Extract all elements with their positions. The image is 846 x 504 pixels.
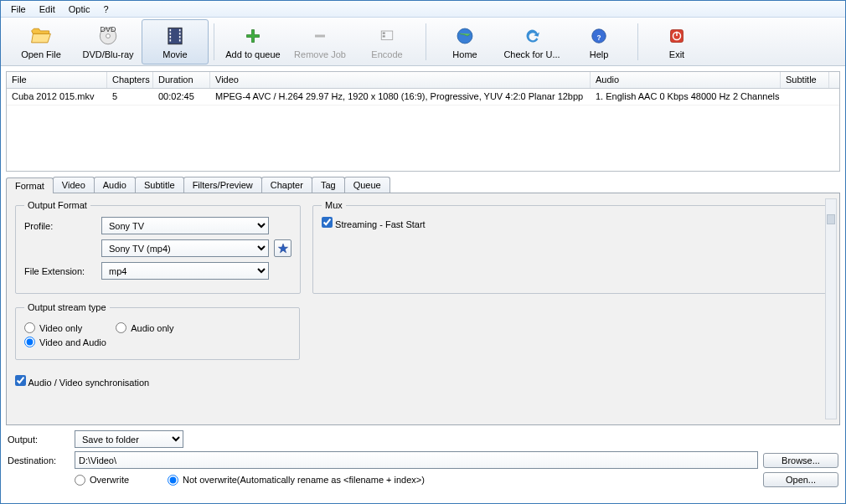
panel-scrollbar[interactable] xyxy=(825,198,837,419)
svg-rect-9 xyxy=(179,32,181,33)
not-overwrite-radio-row[interactable]: Not overwrite(Automatically rename as <f… xyxy=(168,475,758,486)
movie-button[interactable]: Movie xyxy=(142,19,209,64)
col-audio[interactable]: Audio xyxy=(591,72,781,88)
disc-icon: DVD xyxy=(96,24,120,48)
open-file-button[interactable]: Open File xyxy=(8,19,75,64)
toolbar-separator xyxy=(214,23,214,60)
settings-tabs: Format Video Audio Subtitle Filters/Prev… xyxy=(6,177,840,193)
not-overwrite-radio[interactable] xyxy=(168,475,178,486)
star-icon xyxy=(277,243,289,255)
favorite-profile-button[interactable] xyxy=(274,239,291,257)
col-chapters[interactable]: Chapters xyxy=(107,72,153,88)
plus-icon xyxy=(241,24,265,48)
file-ext-label: File Extension: xyxy=(24,266,96,276)
output-label: Output: xyxy=(8,435,70,445)
overwrite-radio-row[interactable]: Overwrite xyxy=(75,475,129,486)
add-to-queue-button[interactable]: Add to queue xyxy=(219,19,286,64)
menu-bar: File Edit Optic ? xyxy=(1,1,845,18)
col-video[interactable]: Video xyxy=(210,72,591,88)
video-only-radio[interactable] xyxy=(24,322,35,333)
toolbar-separator xyxy=(426,23,426,60)
profile-label: Profile: xyxy=(24,221,96,231)
svg-rect-12 xyxy=(315,34,325,37)
encode-icon xyxy=(375,24,399,48)
toolbar-separator xyxy=(637,23,638,60)
svg-rect-8 xyxy=(179,28,181,30)
svg-rect-14 xyxy=(383,32,385,33)
svg-rect-15 xyxy=(383,35,385,37)
audio-only-radio-row[interactable]: Audio only xyxy=(116,322,173,333)
profile-select[interactable]: Sony TV xyxy=(101,217,269,234)
home-button[interactable]: Home xyxy=(431,19,498,64)
cell-subtitle xyxy=(781,89,829,105)
scrollbar-thumb[interactable] xyxy=(827,214,835,224)
output-format-legend: Output Format xyxy=(24,200,90,210)
svg-rect-7 xyxy=(170,39,172,41)
cell-duration: 00:02:45 xyxy=(153,89,210,105)
table-header: File Chapters Duration Video Audio Subti… xyxy=(7,72,839,89)
overwrite-radio[interactable] xyxy=(75,475,85,486)
streaming-checkbox[interactable] xyxy=(322,217,333,228)
table-row[interactable]: Cuba 2012 015.mkv 5 00:02:45 MPEG-4 AVC … xyxy=(7,89,839,105)
exit-icon xyxy=(665,24,689,48)
col-duration[interactable]: Duration xyxy=(153,72,210,88)
tab-format[interactable]: Format xyxy=(6,177,54,193)
output-format-group: Output Format Profile: Sony TV Sony TV (… xyxy=(15,200,301,294)
menu-options[interactable]: Optic xyxy=(62,3,97,16)
exit-button[interactable]: Exit xyxy=(643,19,710,64)
menu-file[interactable]: File xyxy=(4,3,33,16)
tab-queue[interactable]: Queue xyxy=(344,177,390,193)
tab-tag[interactable]: Tag xyxy=(312,177,345,193)
svg-rect-6 xyxy=(170,36,172,38)
tab-chapter[interactable]: Chapter xyxy=(261,177,312,193)
help-icon: ? xyxy=(587,24,611,48)
file-list-table: File Chapters Duration Video Audio Subti… xyxy=(6,71,840,172)
format-panel: Output Format Profile: Sony TV Sony TV (… xyxy=(6,193,840,425)
svg-point-16 xyxy=(457,28,472,44)
destination-label: Destination: xyxy=(8,455,70,465)
col-file[interactable]: File xyxy=(7,72,107,88)
mux-group: Mux Streaming - Fast Start xyxy=(312,200,831,294)
file-ext-select[interactable]: mp4 xyxy=(101,262,269,280)
svg-text:DVD: DVD xyxy=(101,25,116,33)
cell-video: MPEG-4 AVC / H.264 29.97 Hz, 1920 x 1080… xyxy=(210,89,591,105)
output-mode-select[interactable]: Save to folder xyxy=(75,430,183,448)
browse-button[interactable]: Browse... xyxy=(763,453,838,468)
remove-job-button[interactable]: Remove Job xyxy=(286,19,353,64)
encode-button[interactable]: Encode xyxy=(353,19,420,64)
streaming-checkbox-row[interactable]: Streaming - Fast Start xyxy=(322,219,426,229)
main-toolbar: Open File DVD DVD/Blu-ray Movie Add to q… xyxy=(1,18,845,66)
check-update-button[interactable]: Check for U... xyxy=(498,19,565,64)
av-sync-checkbox-row[interactable]: Audio / Video synchronisation xyxy=(15,378,149,388)
streaming-label: Streaming - Fast Start xyxy=(335,219,426,229)
tab-filters[interactable]: Filters/Preview xyxy=(183,177,262,193)
stream-type-legend: Output stream type xyxy=(24,302,110,312)
globe-icon xyxy=(453,24,477,48)
cell-chapters: 5 xyxy=(107,89,153,105)
tab-audio[interactable]: Audio xyxy=(94,177,136,193)
video-audio-radio-row[interactable]: Video and Audio xyxy=(24,337,106,347)
cell-file: Cuba 2012 015.mkv xyxy=(7,89,107,105)
svg-rect-10 xyxy=(179,36,181,38)
tab-subtitle[interactable]: Subtitle xyxy=(135,177,184,193)
film-icon xyxy=(163,24,187,48)
tab-video[interactable]: Video xyxy=(53,177,95,193)
destination-input[interactable] xyxy=(75,451,758,469)
menu-help[interactable]: ? xyxy=(96,3,115,16)
av-sync-label: Audio / Video synchronisation xyxy=(28,378,149,388)
video-audio-radio[interactable] xyxy=(24,337,35,347)
col-subtitle[interactable]: Subtitle xyxy=(781,72,829,88)
help-button[interactable]: ? Help xyxy=(565,19,632,64)
refresh-icon xyxy=(520,24,544,48)
video-only-radio-row[interactable]: Video only xyxy=(24,322,82,333)
profile-subselect[interactable]: Sony TV (mp4) xyxy=(101,239,269,257)
open-button[interactable]: Open... xyxy=(763,472,838,487)
audio-only-radio[interactable] xyxy=(116,322,126,333)
menu-edit[interactable]: Edit xyxy=(33,3,62,16)
folder-open-icon xyxy=(29,24,53,48)
cell-audio: 1. English AAC 0 Kbps 48000 Hz 2 Channel… xyxy=(591,89,781,105)
svg-rect-4 xyxy=(170,28,172,30)
dvd-bluray-button[interactable]: DVD DVD/Blu-ray xyxy=(75,19,142,64)
svg-text:?: ? xyxy=(596,33,601,41)
av-sync-checkbox[interactable] xyxy=(15,375,26,386)
